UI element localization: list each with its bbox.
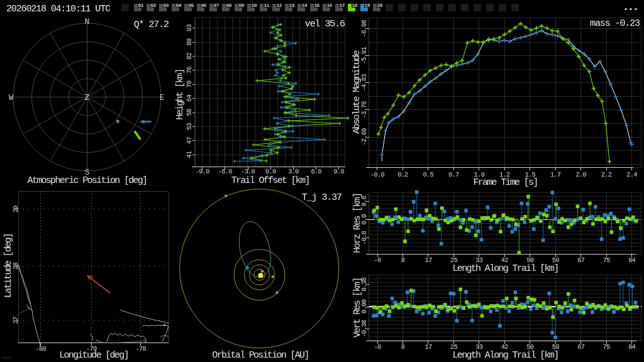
svg-text:17: 17: [425, 343, 431, 351]
svg-text:09: 09: [238, 3, 244, 8]
svg-text:-6.98: -6.98: [360, 19, 368, 37]
svg-text:08: 08: [226, 3, 231, 8]
svg-text:2.2: 2.2: [601, 171, 612, 178]
svg-text:vel 35.6: vel 35.6: [305, 19, 345, 30]
svg-text:1.7: 1.7: [550, 171, 561, 178]
svg-text:0.7: 0.7: [448, 171, 459, 178]
svg-text:Height [km]: Height [km]: [175, 69, 186, 119]
svg-text:58: 58: [186, 109, 193, 116]
svg-text:04: 04: [175, 3, 181, 8]
svg-text:02: 02: [150, 3, 156, 8]
svg-text:8: 8: [401, 256, 405, 264]
svg-text:15: 15: [314, 3, 319, 8]
svg-text:17: 17: [339, 3, 345, 8]
svg-text:mass -0.23: mass -0.23: [590, 18, 640, 29]
svg-text:84: 84: [628, 256, 635, 264]
svg-text:11: 11: [264, 3, 269, 8]
svg-text:20: 20: [377, 3, 382, 8]
svg-text:19: 19: [364, 3, 370, 8]
svg-text:14: 14: [301, 3, 307, 8]
svg-text:06: 06: [201, 3, 206, 8]
svg-text:10: 10: [251, 3, 257, 8]
svg-text:18: 18: [352, 3, 357, 8]
svg-text:05: 05: [188, 3, 194, 8]
svg-text:-0.0: -0.0: [370, 171, 384, 178]
svg-text:16: 16: [326, 3, 332, 8]
svg-text:27: 27: [12, 317, 19, 324]
svg-text:76: 76: [186, 67, 193, 74]
svg-text:-3.0: -3.0: [241, 168, 255, 175]
svg-text:53: 53: [186, 123, 193, 129]
svg-text:82: 82: [186, 52, 193, 59]
svg-text:Horz Res [km]: Horz Res [km]: [352, 194, 363, 253]
svg-text:Q* 27.2: Q* 27.2: [134, 19, 169, 30]
svg-text:Absolute Magnitude: Absolute Magnitude: [352, 50, 362, 134]
svg-text:0.0: 0.0: [265, 168, 276, 175]
svg-text:Longitude [deg]: Longitude [deg]: [59, 350, 128, 361]
svg-text:93: 93: [186, 25, 193, 31]
svg-text:-0: -0: [374, 256, 381, 264]
svg-text:0.5: 0.5: [423, 171, 434, 178]
svg-text:13: 13: [289, 3, 294, 8]
svg-text:T_j 3.37: T_j 3.37: [302, 192, 341, 203]
svg-text:-80: -80: [36, 345, 47, 353]
svg-text:75: 75: [603, 343, 610, 351]
svg-text:PyGW: PyGW: [3, 356, 11, 360]
svg-text:67: 67: [577, 256, 584, 264]
svg-text:8: 8: [401, 343, 405, 351]
svg-text:2.0: 2.0: [575, 171, 586, 178]
svg-text:-6.0: -6.0: [218, 168, 232, 175]
svg-text:-78: -78: [136, 345, 147, 353]
svg-text:W: W: [9, 94, 14, 102]
svg-text:07: 07: [213, 3, 219, 8]
svg-text:29: 29: [12, 206, 19, 212]
svg-text:-9.0: -9.0: [196, 168, 209, 175]
svg-text:Z: Z: [85, 94, 90, 102]
svg-text:Length Along Trail [km]: Length Along Trail [km]: [453, 350, 558, 361]
svg-text:67: 67: [577, 343, 584, 351]
svg-text:9.0: 9.0: [334, 168, 345, 175]
svg-text:47: 47: [186, 137, 193, 144]
svg-text:88: 88: [186, 38, 193, 45]
svg-text:20260218 04:10:11 UTC: 20260218 04:10:11 UTC: [6, 4, 111, 14]
svg-text:-0: -0: [374, 343, 381, 351]
svg-text:Trail Offset [km]: Trail Offset [km]: [231, 175, 309, 186]
svg-text:N: N: [85, 18, 90, 26]
svg-text:84: 84: [628, 343, 635, 351]
svg-text:Atmospheric Position [deg]: Atmospheric Position [deg]: [28, 175, 147, 186]
svg-text:E: E: [160, 94, 165, 102]
svg-text:70: 70: [186, 80, 193, 87]
svg-text:Orbital Position [AU]: Orbital Position [AU]: [212, 350, 308, 361]
svg-text:41: 41: [186, 151, 193, 158]
svg-text:17: 17: [425, 256, 431, 264]
svg-text:Frame Time [s]: Frame Time [s]: [473, 177, 537, 188]
svg-text:2.4: 2.4: [626, 171, 637, 178]
svg-text:01: 01: [138, 3, 143, 8]
svg-text:75: 75: [603, 256, 610, 264]
svg-text:Latitude [deg]: Latitude [deg]: [3, 234, 14, 298]
svg-text:64: 64: [186, 95, 193, 102]
svg-text:0.2: 0.2: [397, 171, 408, 178]
svg-text:03: 03: [163, 3, 169, 8]
svg-text:R: R: [116, 119, 119, 124]
svg-text:3.0: 3.0: [288, 168, 299, 175]
svg-text:Length Along Trail [km]: Length Along Trail [km]: [453, 263, 558, 274]
svg-text:6.0: 6.0: [311, 168, 321, 175]
svg-text:Vert Res [km]: Vert Res [km]: [352, 278, 363, 337]
svg-text:12: 12: [276, 3, 282, 8]
